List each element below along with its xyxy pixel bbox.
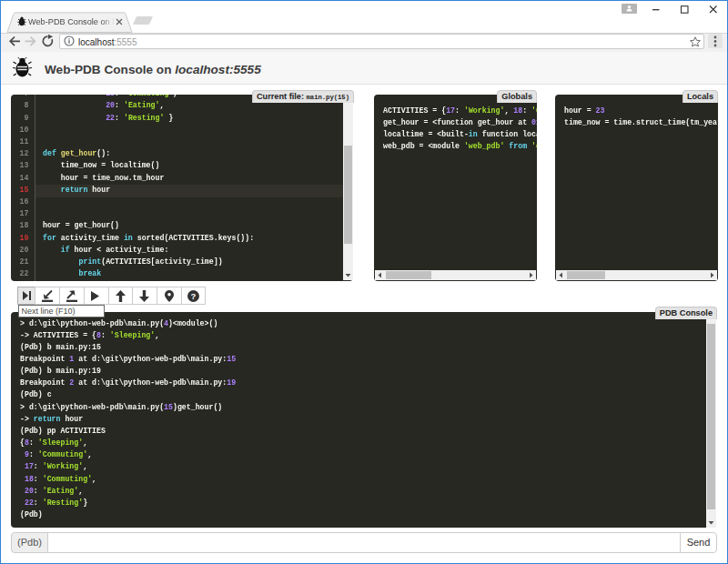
- svg-text:?: ?: [191, 291, 197, 301]
